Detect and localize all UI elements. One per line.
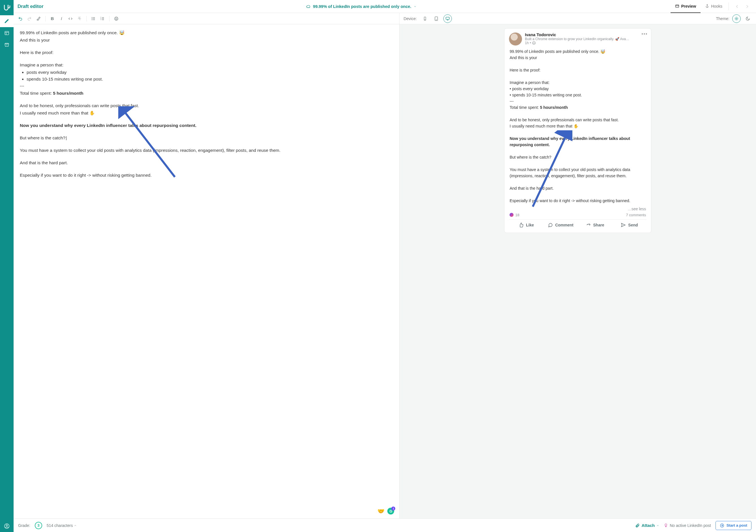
post-line: You must have a system to collect your o…	[510, 166, 646, 179]
redo-button[interactable]	[25, 15, 33, 23]
post-line: Here is the proof:	[510, 67, 646, 73]
app-logo[interactable]	[3, 2, 11, 15]
bullet-list-button[interactable]	[90, 15, 97, 23]
attach-button[interactable]: Attach	[635, 523, 659, 528]
svg-point-19	[736, 18, 737, 19]
device-mobile-button[interactable]	[421, 14, 429, 23]
comments-count[interactable]: 7 comments	[626, 213, 646, 217]
svg-point-13	[117, 18, 117, 18]
post-line: I usually need much more than that ✋	[510, 123, 646, 129]
rail-templates[interactable]	[0, 27, 14, 39]
attach-label: Attach	[641, 523, 655, 528]
send-button[interactable]: Send	[612, 220, 647, 230]
editor-line: 99.99% of LinkedIn posts are published o…	[20, 30, 124, 35]
preview-pane: ••• Ivana Todorovic Built a Chrome exten…	[399, 24, 756, 519]
post-line: And that is the hard part.	[510, 185, 646, 191]
editor-line: And that is the hard part.	[20, 160, 68, 165]
bold-button[interactable]: B	[48, 15, 56, 23]
grammarly-icon[interactable]: G1	[387, 508, 394, 515]
nav-back-icon[interactable]	[735, 4, 740, 9]
editor-bullet: spends 10-15 minutes writing one post.	[27, 77, 103, 81]
rail-editor[interactable]	[0, 15, 14, 27]
share-label: Share	[593, 223, 604, 227]
character-count-text: 514 characters	[47, 523, 73, 528]
svg-point-6	[92, 18, 92, 19]
start-post-label: Start a post	[727, 523, 747, 527]
svg-point-15	[425, 19, 425, 19]
post-line: • posts every workday	[510, 86, 646, 92]
page-title: Draft editor	[17, 4, 43, 9]
svg-point-4	[707, 5, 708, 5]
code-button[interactable]	[67, 15, 74, 23]
chevron-up-icon	[74, 524, 77, 527]
linkedin-post-card: ••• Ivana Todorovic Built a Chrome exten…	[504, 28, 651, 233]
comment-button[interactable]: Comment	[544, 220, 578, 230]
author-subtitle: Built a Chrome extension to grow your Li…	[525, 37, 630, 41]
editor-line: Imagine a person that:	[20, 63, 63, 67]
document-title-chip[interactable]: 99.99% of LinkedIn posts are published o…	[52, 4, 671, 9]
strike-button[interactable]	[75, 15, 83, 23]
rail-archive[interactable]	[0, 39, 14, 51]
tab-hooks-label: Hooks	[711, 4, 722, 9]
nav-forward-icon[interactable]	[745, 4, 750, 9]
grade-value[interactable]: 3	[35, 522, 42, 529]
post-line: • spends 10-15 minutes writing one post.	[510, 92, 646, 98]
numbered-list-button[interactable]: 123	[98, 15, 106, 23]
theme-light-button[interactable]	[732, 14, 741, 23]
editor-line: ---	[20, 83, 24, 88]
start-post-button[interactable]: Start a post	[716, 521, 751, 530]
post-body: 99.99% of LinkedIn posts are published o…	[509, 45, 646, 205]
reactions-icon	[510, 213, 514, 217]
editor-pane: 99.99% of LinkedIn posts are published o…	[14, 24, 399, 519]
undo-button[interactable]	[16, 15, 24, 23]
editor-line: And this is your	[20, 38, 50, 42]
device-tablet-button[interactable]	[432, 14, 441, 23]
editor-content[interactable]: 99.99% of LinkedIn posts are published o…	[14, 24, 399, 519]
linkedin-status-text: No active LinkedIn post	[670, 523, 711, 528]
document-title: 99.99% of LinkedIn posts are published o…	[313, 4, 411, 9]
emoji-button[interactable]	[112, 15, 120, 23]
chevron-down-icon	[657, 524, 659, 527]
reactions-count[interactable]: 18	[515, 213, 519, 217]
send-icon	[621, 222, 626, 228]
svg-point-11	[115, 17, 118, 20]
svg-rect-0	[5, 31, 9, 35]
tab-hooks[interactable]: Hooks	[701, 0, 727, 13]
editor-line-bold: Now you understand why every LinkedIn in…	[20, 123, 196, 128]
clear-format-button[interactable]	[35, 15, 42, 23]
device-label: Device:	[403, 16, 417, 21]
theme-dark-button[interactable]	[743, 14, 752, 23]
tab-preview-label: Preview	[681, 4, 696, 9]
svg-point-2	[6, 525, 8, 526]
toolbar: B I 123 Device: Theme:	[14, 13, 756, 24]
share-button[interactable]: Share	[578, 220, 612, 230]
author-name[interactable]: Ivana Todorovic	[525, 33, 630, 37]
avatar[interactable]	[509, 33, 522, 45]
grade-label: Grade:	[18, 523, 30, 528]
editor-line: Total time spent:	[20, 91, 53, 95]
like-icon	[519, 222, 524, 228]
post-line: And to be honest, only professionals can…	[510, 117, 646, 123]
character-count[interactable]: 514 characters	[47, 523, 77, 528]
editor-line: You must have a system to collect your o…	[20, 148, 281, 153]
rail-profile[interactable]	[0, 520, 14, 532]
globe-icon	[532, 41, 536, 45]
editor-line: But where is the catch?	[20, 136, 65, 140]
share-icon	[586, 222, 591, 228]
like-button[interactable]: Like	[509, 220, 544, 230]
post-line: Especially if you want to do it right ->…	[510, 198, 646, 204]
see-less-link[interactable]: …see less	[509, 205, 646, 212]
dot: •	[530, 41, 531, 45]
handshake-icon[interactable]: 🤝	[377, 508, 385, 515]
tab-preview[interactable]: Preview	[670, 0, 701, 13]
device-desktop-button[interactable]	[443, 14, 452, 23]
italic-button[interactable]: I	[57, 15, 65, 23]
svg-point-7	[92, 19, 92, 20]
svg-rect-18	[446, 17, 449, 19]
post-line: Imagine a person that:	[510, 79, 646, 86]
editor-line: I usually need much more than that ✋	[20, 111, 95, 115]
comment-icon	[548, 222, 553, 228]
post-more-button[interactable]: •••	[641, 31, 648, 36]
theme-label: Theme:	[716, 16, 729, 21]
svg-text:3: 3	[100, 19, 101, 20]
